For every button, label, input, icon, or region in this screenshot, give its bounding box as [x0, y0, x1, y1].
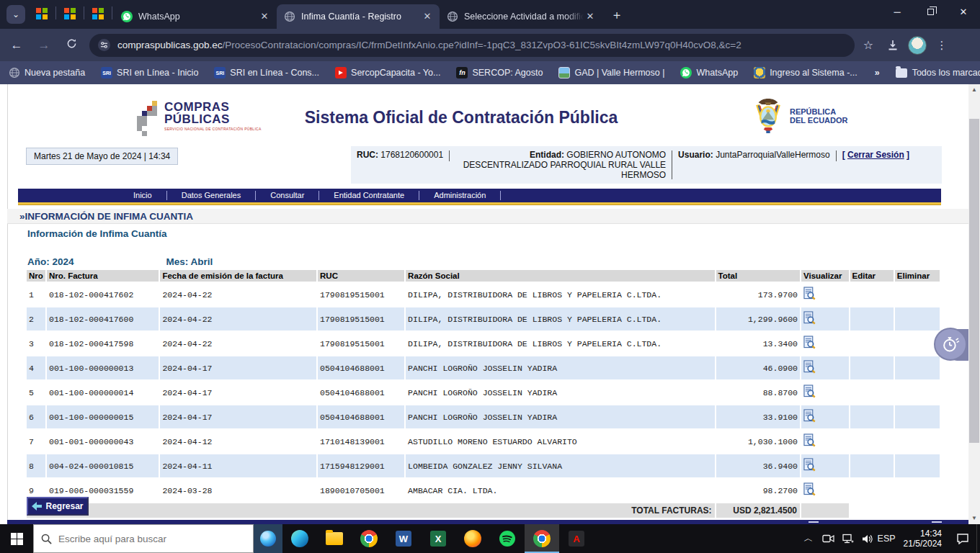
- scroll-down-arrow[interactable]: ▼: [968, 513, 980, 524]
- browser-menu-button[interactable]: ⋮: [931, 35, 953, 56]
- taskbar-file-explorer[interactable]: [317, 524, 352, 553]
- taskbar-edge[interactable]: [282, 524, 317, 553]
- tab-close-icon[interactable]: ✕: [584, 10, 597, 23]
- cell-nro: 2: [27, 307, 45, 331]
- acrobat-icon: A: [569, 531, 584, 547]
- search-highlights-button[interactable]: [254, 524, 282, 553]
- visualizar-icon[interactable]: [803, 482, 816, 496]
- col-total: Total: [716, 270, 800, 282]
- chrome-icon: [533, 530, 551, 547]
- ecuador-coat-of-arms-icon: [751, 97, 785, 135]
- visualizar-icon[interactable]: [803, 360, 816, 374]
- bookmark-star-button[interactable]: ☆: [858, 35, 879, 56]
- language-indicator[interactable]: ESP: [877, 524, 896, 553]
- bookmark-ingreso-sistema[interactable]: Ingreso al Sistema -...: [754, 67, 858, 78]
- cell-factura: 018-102-000417602: [47, 283, 159, 306]
- pinned-tab-microsoft-3[interactable]: [86, 4, 110, 24]
- tray-expand-button[interactable]: ︿: [799, 524, 819, 553]
- total-filler: [801, 503, 849, 518]
- bookmark-sercop-agosto[interactable]: fn SERCOP: Agosto: [456, 67, 543, 78]
- pinned-tab-microsoft-2[interactable]: [58, 4, 82, 24]
- visualizar-icon[interactable]: [803, 336, 816, 349]
- action-center-button[interactable]: [949, 524, 976, 553]
- logout-link[interactable]: [ Cerrar Sesión ]: [842, 150, 909, 160]
- search-input[interactable]: [58, 534, 231, 544]
- new-tab-button[interactable]: ＋: [607, 5, 627, 25]
- taskbar-firefox[interactable]: [455, 524, 490, 553]
- bookmark-nueva-pestana[interactable]: Nueva pestaña: [9, 67, 85, 78]
- close-button[interactable]: ✕: [947, 0, 980, 23]
- volume-button[interactable]: [858, 524, 877, 553]
- meet-now-button[interactable]: [819, 524, 838, 553]
- floating-timer-widget[interactable]: [934, 328, 968, 362]
- site-info-icon[interactable]: [98, 39, 110, 51]
- visualizar-icon[interactable]: [803, 409, 816, 423]
- pinned-tab-microsoft-1[interactable]: [30, 4, 54, 24]
- restore-icon: [927, 9, 934, 15]
- downloads-button[interactable]: [882, 35, 904, 56]
- visualizar-icon[interactable]: [803, 385, 816, 398]
- bookmark-sri-consultas[interactable]: SRI SRI en Línea - Cons...: [214, 67, 319, 78]
- tab-whatsapp[interactable]: WhatsApp ✕: [114, 4, 277, 29]
- menu-item-consultar[interactable]: Consultar: [256, 189, 318, 202]
- taskbar-clock[interactable]: 14:34 21/5/2024: [896, 529, 949, 549]
- visualizar-icon[interactable]: [803, 433, 816, 447]
- back-button[interactable]: ←: [6, 35, 27, 56]
- minimize-button[interactable]: ─: [881, 0, 914, 23]
- bookmark-sercopcapacita[interactable]: SercopCapacita - Yo...: [335, 67, 440, 78]
- network-button[interactable]: [838, 524, 858, 553]
- visualizar-icon[interactable]: [803, 311, 816, 325]
- forward-button[interactable]: →: [33, 35, 55, 56]
- col-factura: Nro. Factura: [47, 270, 159, 282]
- stopwatch-icon[interactable]: [934, 328, 967, 361]
- col-eliminar: Eliminar: [895, 270, 940, 282]
- youtube-icon: [335, 67, 347, 78]
- tab-seleccione-actividad[interactable]: Seleccione Actividad a modifica ✕: [440, 4, 602, 29]
- page-scrollbar[interactable]: ▲ ▼: [968, 84, 980, 524]
- menu-item-entidad-contratante[interactable]: Entidad Contratante: [319, 189, 419, 202]
- cell-editar: [850, 332, 894, 355]
- cell-eliminar: [895, 454, 940, 477]
- taskbar-word[interactable]: W: [386, 524, 421, 553]
- menu-item-datos-generales[interactable]: Datos Generales: [167, 189, 256, 202]
- bookmark-whatsapp[interactable]: WhatsApp: [680, 67, 738, 78]
- taskbar-spotify[interactable]: [490, 524, 525, 553]
- address-bar[interactable]: compraspublicas.gob.ec/ProcesoContrataci…: [89, 34, 855, 57]
- regresar-button[interactable]: Regresar: [27, 497, 89, 516]
- bookmark-gad-valle-hermoso[interactable]: GAD | Valle Hermoso |: [558, 67, 664, 78]
- restore-button[interactable]: [914, 0, 947, 23]
- tab-infima-cuantia[interactable]: Infima Cuantía - Registro ✕: [277, 4, 440, 29]
- show-desktop-button[interactable]: [976, 524, 980, 553]
- taskbar-excel[interactable]: X: [421, 524, 455, 553]
- period-filters: Año: 2024 Mes: Abril: [27, 256, 213, 267]
- scrollbar-thumb[interactable]: [969, 119, 979, 443]
- start-button[interactable]: [0, 524, 33, 553]
- menu-item-administracion[interactable]: Administración: [419, 189, 500, 202]
- bookmark-sri-inicio[interactable]: SRI SRI en Línea - Inicio: [101, 67, 198, 78]
- reload-button[interactable]: [61, 35, 82, 56]
- month-filter: Mes: Abril: [166, 256, 213, 267]
- download-icon: [887, 40, 899, 51]
- bookmark-label: SRI en Línea - Cons...: [230, 68, 319, 78]
- tab-close-icon[interactable]: ✕: [258, 10, 271, 23]
- tab-search-button[interactable]: ⌄: [6, 5, 25, 24]
- table-row: 9 019-006-000031559 2024-03-28 189001070…: [27, 479, 940, 502]
- cell-ruc: 1790819515001: [318, 332, 404, 355]
- bookmarks-overflow-button[interactable]: »: [875, 68, 880, 78]
- tab-close-icon[interactable]: ✕: [421, 10, 434, 23]
- scroll-up-arrow[interactable]: ▲: [968, 84, 980, 96]
- excel-icon: X: [430, 531, 446, 547]
- taskbar-acrobat[interactable]: A: [559, 524, 594, 553]
- taskbar-chrome-active[interactable]: [525, 524, 559, 553]
- cell-total: 33.9100: [716, 405, 800, 428]
- visualizar-icon[interactable]: [803, 458, 816, 472]
- menu-item-inicio[interactable]: Inicio: [119, 189, 166, 202]
- taskbar-search[interactable]: [33, 524, 254, 553]
- cell-razon: LOMBEIDA GONZALEZ JENNY SILVANA: [406, 454, 714, 477]
- visualizar-icon[interactable]: [803, 287, 816, 300]
- taskbar-chrome[interactable]: [352, 524, 386, 553]
- logout-label[interactable]: Cerrar Sesión: [847, 150, 904, 160]
- profile-avatar[interactable]: [906, 35, 928, 56]
- cell-fecha: 2024-04-11: [160, 454, 316, 477]
- all-bookmarks-button[interactable]: Todos los marcadores: [896, 68, 980, 78]
